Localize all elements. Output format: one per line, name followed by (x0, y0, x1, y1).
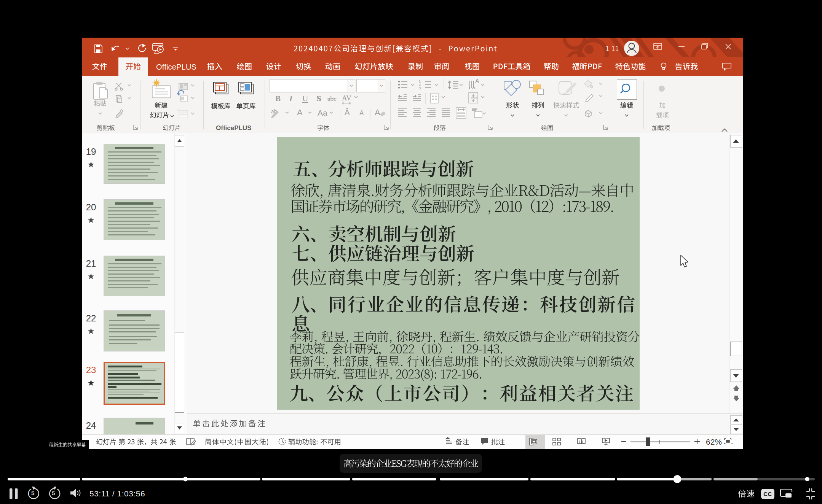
svg-text:3: 3 (419, 86, 421, 90)
